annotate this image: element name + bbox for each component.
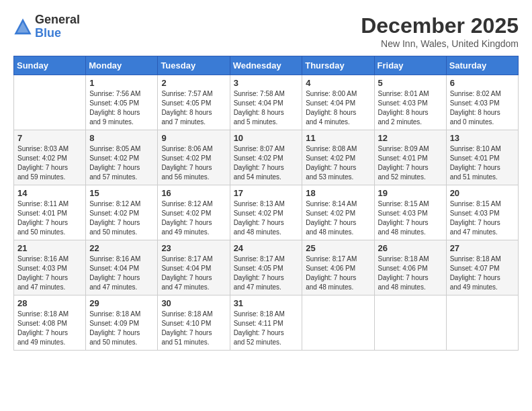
weekday-header-wednesday: Wednesday [230,56,302,75]
weekday-header-friday: Friday [374,56,446,75]
day-cell: 21Sunrise: 8:16 AM Sunset: 4:03 PM Dayli… [14,240,86,295]
day-cell: 8Sunrise: 8:05 AM Sunset: 4:02 PM Daylig… [86,130,158,185]
day-cell: 14Sunrise: 8:11 AM Sunset: 4:01 PM Dayli… [14,185,86,240]
day-number: 14 [17,188,82,198]
day-detail: Sunrise: 7:58 AM Sunset: 4:04 PM Dayligh… [234,89,299,127]
day-number: 31 [234,298,299,308]
day-number: 13 [450,133,515,143]
logo-blue: Blue [35,26,61,40]
day-cell: 15Sunrise: 8:12 AM Sunset: 4:02 PM Dayli… [86,185,158,240]
weekday-header-row: SundayMondayTuesdayWednesdayThursdayFrid… [14,56,519,75]
day-number: 24 [234,243,299,253]
week-row-1: 1Sunrise: 7:56 AM Sunset: 4:05 PM Daylig… [14,75,519,130]
day-cell: 11Sunrise: 8:08 AM Sunset: 4:02 PM Dayli… [302,130,374,185]
day-number: 20 [450,188,515,198]
day-detail: Sunrise: 8:09 AM Sunset: 4:01 PM Dayligh… [378,144,443,182]
day-detail: Sunrise: 8:07 AM Sunset: 4:02 PM Dayligh… [234,144,299,182]
day-detail: Sunrise: 8:18 AM Sunset: 4:07 PM Dayligh… [450,255,515,292]
day-detail: Sunrise: 8:18 AM Sunset: 4:11 PM Dayligh… [234,310,299,347]
day-detail: Sunrise: 8:18 AM Sunset: 4:10 PM Dayligh… [161,310,226,347]
day-number: 7 [17,133,82,143]
day-cell: 19Sunrise: 8:15 AM Sunset: 4:03 PM Dayli… [374,185,446,240]
day-number: 3 [234,78,299,88]
month-title: December 2025 [361,13,519,38]
day-detail: Sunrise: 8:13 AM Sunset: 4:02 PM Dayligh… [234,199,299,237]
day-cell [302,295,374,351]
day-number: 27 [450,243,515,253]
day-number: 28 [17,298,82,308]
day-number: 17 [234,188,299,198]
day-number: 1 [89,78,154,88]
day-detail: Sunrise: 7:57 AM Sunset: 4:05 PM Dayligh… [161,89,226,127]
day-cell: 29Sunrise: 8:18 AM Sunset: 4:09 PM Dayli… [86,295,158,351]
day-cell: 3Sunrise: 7:58 AM Sunset: 4:04 PM Daylig… [230,75,302,130]
day-detail: Sunrise: 8:18 AM Sunset: 4:09 PM Dayligh… [89,310,154,347]
weekday-header-sunday: Sunday [14,56,86,75]
day-detail: Sunrise: 8:08 AM Sunset: 4:02 PM Dayligh… [306,144,370,182]
day-detail: Sunrise: 8:15 AM Sunset: 4:03 PM Dayligh… [378,199,443,237]
logo-text: General Blue [35,13,80,40]
day-cell: 4Sunrise: 8:00 AM Sunset: 4:04 PM Daylig… [302,75,374,130]
day-detail: Sunrise: 8:03 AM Sunset: 4:02 PM Dayligh… [17,144,82,182]
day-number: 29 [89,298,154,308]
day-detail: Sunrise: 8:11 AM Sunset: 4:01 PM Dayligh… [17,199,82,237]
day-cell: 18Sunrise: 8:14 AM Sunset: 4:02 PM Dayli… [302,185,374,240]
day-cell: 26Sunrise: 8:18 AM Sunset: 4:06 PM Dayli… [374,240,446,295]
logo-icon [13,17,32,36]
day-detail: Sunrise: 8:10 AM Sunset: 4:01 PM Dayligh… [450,144,515,182]
day-detail: Sunrise: 8:14 AM Sunset: 4:02 PM Dayligh… [306,199,370,237]
day-cell [14,75,86,130]
day-number: 23 [161,243,226,253]
day-number: 16 [161,188,226,198]
day-detail: Sunrise: 8:18 AM Sunset: 4:06 PM Dayligh… [378,255,443,292]
calendar: SundayMondayTuesdayWednesdayThursdayFrid… [13,56,519,351]
day-cell: 13Sunrise: 8:10 AM Sunset: 4:01 PM Dayli… [446,130,518,185]
day-cell: 16Sunrise: 8:12 AM Sunset: 4:02 PM Dayli… [158,185,230,240]
day-number: 9 [161,133,226,143]
day-detail: Sunrise: 8:12 AM Sunset: 4:02 PM Dayligh… [89,199,154,237]
weekday-header-thursday: Thursday [302,56,374,75]
day-cell: 23Sunrise: 8:17 AM Sunset: 4:04 PM Dayli… [158,240,230,295]
weekday-header-monday: Monday [86,56,158,75]
day-cell: 12Sunrise: 8:09 AM Sunset: 4:01 PM Dayli… [374,130,446,185]
day-detail: Sunrise: 8:17 AM Sunset: 4:05 PM Dayligh… [234,255,299,292]
day-cell: 9Sunrise: 8:06 AM Sunset: 4:02 PM Daylig… [158,130,230,185]
day-cell [374,295,446,351]
day-detail: Sunrise: 8:17 AM Sunset: 4:06 PM Dayligh… [306,255,370,292]
title-area: December 2025 New Inn, Wales, United Kin… [361,13,519,49]
logo: General Blue [13,13,80,40]
day-detail: Sunrise: 8:12 AM Sunset: 4:02 PM Dayligh… [161,199,226,237]
day-number: 19 [378,188,443,198]
day-cell: 27Sunrise: 8:18 AM Sunset: 4:07 PM Dayli… [446,240,518,295]
day-detail: Sunrise: 8:05 AM Sunset: 4:02 PM Dayligh… [89,144,154,182]
day-detail: Sunrise: 8:02 AM Sunset: 4:03 PM Dayligh… [450,89,515,127]
day-cell: 2Sunrise: 7:57 AM Sunset: 4:05 PM Daylig… [158,75,230,130]
day-detail: Sunrise: 8:06 AM Sunset: 4:02 PM Dayligh… [161,144,226,182]
week-row-3: 14Sunrise: 8:11 AM Sunset: 4:01 PM Dayli… [14,185,519,240]
day-cell: 10Sunrise: 8:07 AM Sunset: 4:02 PM Dayli… [230,130,302,185]
day-detail: Sunrise: 8:16 AM Sunset: 4:04 PM Dayligh… [89,255,154,292]
day-detail: Sunrise: 8:16 AM Sunset: 4:03 PM Dayligh… [17,255,82,292]
day-cell: 6Sunrise: 8:02 AM Sunset: 4:03 PM Daylig… [446,75,518,130]
day-detail: Sunrise: 7:56 AM Sunset: 4:05 PM Dayligh… [89,89,154,127]
weekday-header-tuesday: Tuesday [158,56,230,75]
day-number: 5 [378,78,443,88]
day-cell: 1Sunrise: 7:56 AM Sunset: 4:05 PM Daylig… [86,75,158,130]
day-cell: 30Sunrise: 8:18 AM Sunset: 4:10 PM Dayli… [158,295,230,351]
day-number: 15 [89,188,154,198]
day-number: 11 [306,133,370,143]
day-cell: 20Sunrise: 8:15 AM Sunset: 4:03 PM Dayli… [446,185,518,240]
day-cell: 5Sunrise: 8:01 AM Sunset: 4:03 PM Daylig… [374,75,446,130]
day-detail: Sunrise: 8:18 AM Sunset: 4:08 PM Dayligh… [17,310,82,347]
day-number: 25 [306,243,370,253]
day-number: 4 [306,78,370,88]
day-number: 30 [161,298,226,308]
day-number: 8 [89,133,154,143]
day-cell: 17Sunrise: 8:13 AM Sunset: 4:02 PM Dayli… [230,185,302,240]
day-number: 12 [378,133,443,143]
day-cell: 24Sunrise: 8:17 AM Sunset: 4:05 PM Dayli… [230,240,302,295]
location-title: New Inn, Wales, United Kingdom [361,38,519,49]
day-number: 21 [17,243,82,253]
day-cell: 28Sunrise: 8:18 AM Sunset: 4:08 PM Dayli… [14,295,86,351]
day-detail: Sunrise: 8:01 AM Sunset: 4:03 PM Dayligh… [378,89,443,127]
